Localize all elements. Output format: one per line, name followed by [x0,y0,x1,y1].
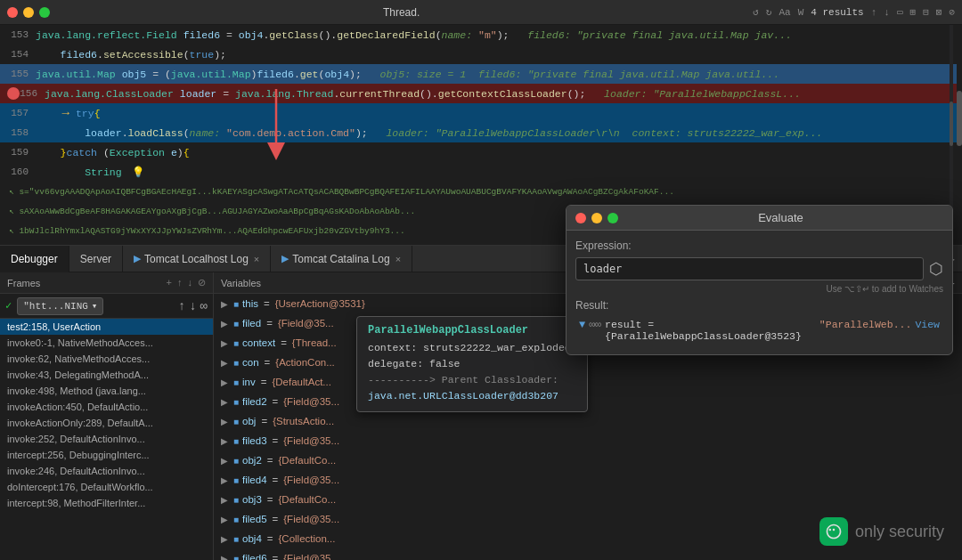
chevron-down-icon: ▾ [92,300,98,312]
eval-max-btn[interactable] [607,213,618,223]
view-link[interactable]: View [915,319,940,330]
frame-item-8[interactable]: intercept:256, DebuggingInterc... [0,447,213,463]
thread-dropdown[interactable]: "htt...NING ▾ [17,297,103,315]
watermark: only security [819,517,944,546]
code-line-157: 157 → try{ [0,103,962,123]
classloader-tooltip: ParallelWebappClassLoader context: strut… [356,316,588,412]
code-line-154: 154 filed6.setAccessible(true); [0,45,962,64]
arrow-down-frame[interactable]: ↓ [188,277,193,288]
var-item-obj[interactable]: ▶ ■ obj = {StrutsActio... [214,411,962,431]
filter-icon[interactable]: ⊘ [949,6,955,18]
expression-row: ⬡ [575,257,943,280]
eval-hint: Use ⌥⇧↵ to add to Watches [575,284,943,294]
window-title: Thread. [50,6,753,19]
evaluate-title: Evaluate [618,211,943,224]
add-frame-icon[interactable]: + [167,277,172,288]
checkmark-icon: ✓ [5,299,12,312]
tab-debugger[interactable]: Debugger [0,246,69,272]
eval-window-controls [575,213,618,223]
var-item-filed3[interactable]: ▶ ■ filed3 = {Field@35... [214,431,962,450]
eval-min-btn[interactable] [591,213,602,223]
code-scrollbar[interactable] [957,25,962,245]
code-line-153: 153 java.lang.reflect.Field filed6 = obj… [0,25,962,45]
maximize-button[interactable] [39,7,50,18]
minimize-button[interactable] [23,7,34,18]
frame-item-2[interactable]: invoke:62, NativeMethodAcces... [0,351,213,367]
frames-toolbar: + ↑ ↓ ⊘ [167,277,206,288]
frame-item-0[interactable]: test2:158, UserAction [0,319,213,335]
code-line-155: 155 java.util.Map obj5 = (java.util.Map)… [0,64,962,84]
tab-close-localhost[interactable]: × [254,254,259,264]
tab-close-catalina[interactable]: × [395,254,401,264]
close-button[interactable] [7,7,18,18]
layout1-icon[interactable]: ▭ [897,6,903,18]
var-item-inv[interactable]: ▶ ■ inv = {DefaultAct... [214,372,962,392]
prev-thread[interactable]: ↑ [178,299,185,313]
breakpoint-icon[interactable] [7,87,20,100]
long-string-1: ↖ s="vv66vgAAADQApAoAIQBFCgBGAEcHAEgI...… [0,182,962,201]
expression-label: Expression: [575,239,943,252]
code-line-158: 158 loader.loadClass(name: "com.demo.act… [0,123,962,142]
var-item-obj2[interactable]: ▶ ■ obj2 = {DefaultCo... [214,450,962,470]
evaluate-titlebar: Evaluate [567,206,952,231]
result-label: Result: [575,299,943,312]
tab-tomcat-localhost[interactable]: ▶ Tomcat Localhost Log × [123,246,271,272]
arrow-down-icon[interactable]: ↓ [884,7,890,18]
result-content: ▼ ∞∞ result = {ParallelWebappClassLoader… [575,315,943,345]
var-item-filed6[interactable]: ▶ ■ filed6 = {Field@35... [214,548,962,560]
frame-item-3[interactable]: invoke:43, DelegatingMethodA... [0,367,213,383]
frame-item-11[interactable]: intercept:98, MethodFilterInter... [0,495,213,511]
code-line-156: 156 java.lang.ClassLoader loader = java.… [0,84,962,103]
frame-item-10[interactable]: doIntercept:176, DefaultWorkflo... [0,479,213,495]
arrow-up-icon[interactable]: ↑ [871,7,877,18]
frame-item-6[interactable]: invokeActionOnly:289, DefaultA... [0,415,213,431]
frames-panel: Frames + ↑ ↓ ⊘ ✓ "htt...NING ▾ ↑ ↓ [0,272,214,560]
frame-item-1[interactable]: invoke0:-1, NativeMethodAcces... [0,335,213,351]
layout3-icon[interactable]: ⊟ [923,6,929,18]
frames-header: Frames + ↑ ↓ ⊘ [0,272,213,294]
tab-server[interactable]: Server [69,246,123,272]
light-bulb-icon: 💡 [132,166,144,178]
frame-item-9[interactable]: invoke:246, DefaultActionInvo... [0,463,213,479]
eval-close-btn[interactable] [575,213,586,223]
frame-item-7[interactable]: invoke:252, DefaultActionInvo... [0,431,213,447]
tomcat-log-icon: ▶ [134,253,141,264]
title-bar-actions: ↺ ↻ Aa W 4 results ↑ ↓ ▭ ⊞ ⊟ ⊠ ⊘ [753,6,955,18]
code-line-159: 159 }catch (Exception e){ [0,142,962,162]
tab-tomcat-catalina[interactable]: ▶ Tomcat Catalina Log × [271,246,412,272]
filter-frame-icon[interactable]: ⊘ [198,277,206,288]
code-line-160: 160 String 💡 [0,162,962,182]
result-toggle[interactable]: ▼ [579,319,585,331]
var-item-filed4[interactable]: ▶ ■ filed4 = {Field@35... [214,470,962,490]
next-thread[interactable]: ↓ [189,299,196,313]
frame-item-5[interactable]: invokeAction:450, DefaultActio... [0,399,213,415]
arrow-up-frame[interactable]: ↑ [177,277,183,288]
infinity-icon[interactable]: ∞ [200,299,208,313]
frame-item-4[interactable]: invoke:498, Method (java.lang... [0,383,213,399]
thread-nav: ↑ ↓ ∞ [178,299,208,313]
frames-list: test2:158, UserAction invoke0:-1, Native… [0,319,213,560]
var-item-con[interactable]: ▶ ■ con = {ActionCon... [214,353,962,372]
search-results: 4 results [811,7,863,18]
var-item-filed2[interactable]: ▶ ■ filed2 = {Field@35... [214,392,962,411]
evaluate-body: Expression: ⬡ Use ⌥⇧↵ to add to Watches … [567,231,952,354]
window-controls [7,7,50,18]
thread-selector: ✓ "htt...NING ▾ ↑ ↓ ∞ [0,294,213,319]
width-icon[interactable]: W [798,7,804,18]
evaluate-popup: Evaluate Expression: ⬡ Use ⌥⇧↵ to add to… [566,205,953,355]
tomcat-catalina-icon: ▶ [281,253,289,264]
layout4-icon[interactable]: ⊠ [936,6,942,18]
expression-input[interactable] [575,257,924,280]
eval-expand-icon[interactable]: ⬡ [929,259,943,279]
wechat-icon [819,517,848,546]
back-icon[interactable]: ↺ [753,6,759,18]
title-bar: Thread. ↺ ↻ Aa W 4 results ↑ ↓ ▭ ⊞ ⊟ ⊠ ⊘ [0,0,962,25]
var-item-obj3[interactable]: ▶ ■ obj3 = {DefaultCo... [214,490,962,509]
font-icon[interactable]: Aa [779,7,790,18]
forward-icon[interactable]: ↻ [766,6,772,18]
layout2-icon[interactable]: ⊞ [910,6,917,18]
